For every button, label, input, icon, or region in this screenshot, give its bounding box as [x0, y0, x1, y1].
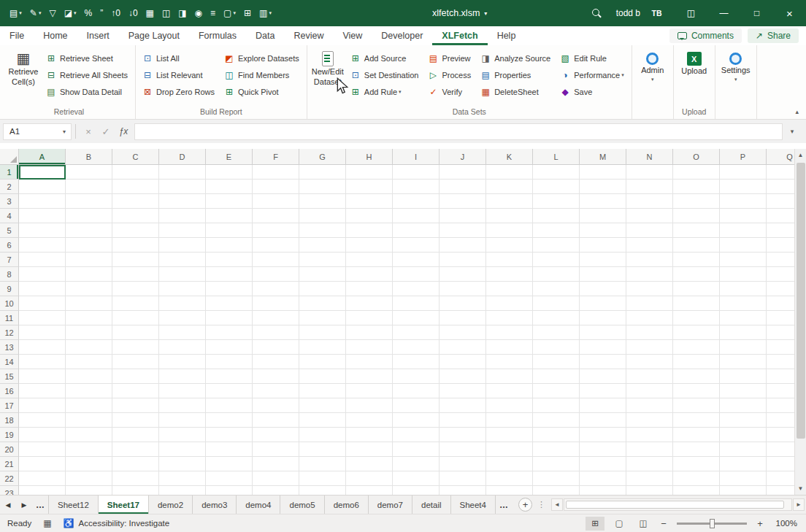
cell-L15[interactable]	[533, 369, 580, 384]
cell-P11[interactable]	[720, 311, 767, 325]
cell-P10[interactable]	[720, 296, 767, 311]
cell-Q15[interactable]	[767, 369, 794, 384]
zoom-in-button[interactable]: +	[754, 518, 766, 529]
cell-Q6[interactable]	[767, 238, 794, 252]
ribbon-item[interactable]: ⊟ Retrieve All Sheets ▾	[42, 66, 131, 83]
cell-N18[interactable]	[626, 413, 673, 428]
cell-G4[interactable]	[299, 209, 346, 223]
cell-D8[interactable]	[159, 267, 206, 282]
cell-D13[interactable]	[159, 340, 206, 355]
row-header-23[interactable]: 23	[0, 486, 19, 495]
cell-N2[interactable]	[626, 180, 673, 194]
avatar[interactable]: TB	[648, 4, 666, 23]
cell-I12[interactable]	[393, 325, 440, 340]
row-header-19[interactable]: 19	[0, 428, 19, 442]
cell-D7[interactable]	[159, 252, 206, 267]
cell-A15[interactable]	[19, 369, 66, 384]
cell-L21[interactable]	[533, 457, 580, 471]
row-header-4[interactable]: 4	[0, 209, 19, 223]
scroll-down-icon[interactable]: ▼	[795, 482, 806, 495]
cell-K17[interactable]	[486, 398, 533, 413]
cell-D11[interactable]	[159, 311, 206, 325]
column-header-B[interactable]: B	[66, 149, 112, 165]
cell-H23[interactable]	[346, 486, 393, 495]
cell-J11[interactable]	[440, 311, 486, 325]
cell-J13[interactable]	[440, 340, 486, 355]
cell-Q19[interactable]	[767, 428, 794, 442]
cell-D12[interactable]	[159, 325, 206, 340]
cell-Q3[interactable]	[767, 194, 794, 209]
cell-N8[interactable]	[626, 267, 673, 282]
cell-K7[interactable]	[486, 252, 533, 267]
cell-N22[interactable]	[626, 471, 673, 486]
cell-D18[interactable]	[159, 413, 206, 428]
sheet-nav-left-icon[interactable]: ◀	[0, 501, 16, 509]
cell-B17[interactable]	[66, 398, 112, 413]
row-header-11[interactable]: 11	[0, 311, 19, 325]
cell-L8[interactable]	[533, 267, 580, 282]
ribbon-item[interactable]: ▧ Edit Rule ▾	[556, 50, 628, 66]
cell-L2[interactable]	[533, 180, 580, 194]
cell-N20[interactable]	[626, 442, 673, 457]
cell-N14[interactable]	[626, 355, 673, 369]
cell-L11[interactable]	[533, 311, 580, 325]
cell-C21[interactable]	[112, 457, 159, 471]
cell-M14[interactable]	[580, 355, 626, 369]
cell-K10[interactable]	[486, 296, 533, 311]
cell-C12[interactable]	[112, 325, 159, 340]
cell-G23[interactable]	[299, 486, 346, 495]
select-cells-icon[interactable]: ▢ ▾	[220, 6, 239, 20]
cell-I3[interactable]	[393, 194, 440, 209]
cell-I7[interactable]	[393, 252, 440, 267]
cell-O8[interactable]	[673, 267, 720, 282]
cell-E17[interactable]	[206, 398, 253, 413]
cell-H20[interactable]	[346, 442, 393, 457]
cell-O20[interactable]	[673, 442, 720, 457]
cell-E13[interactable]	[206, 340, 253, 355]
cell-M16[interactable]	[580, 384, 626, 398]
cell-F16[interactable]	[253, 384, 299, 398]
cell-Q13[interactable]	[767, 340, 794, 355]
sheet-overflow-right[interactable]: …	[496, 500, 512, 510]
cell-A14[interactable]	[19, 355, 66, 369]
cell-E9[interactable]	[206, 282, 253, 296]
name-box-input[interactable]	[4, 127, 58, 136]
cell-J1[interactable]	[440, 165, 486, 180]
cell-M9[interactable]	[580, 282, 626, 296]
cell-J19[interactable]	[440, 428, 486, 442]
cell-N7[interactable]	[626, 252, 673, 267]
scroll-up-icon[interactable]: ▲	[795, 149, 806, 161]
insert-function-button[interactable]: ƒx	[115, 123, 132, 140]
cell-O5[interactable]	[673, 223, 720, 238]
column-header-H[interactable]: H	[346, 149, 393, 165]
cell-F11[interactable]	[253, 311, 299, 325]
export-sheet-icon[interactable]: ▥ ▾	[256, 6, 275, 20]
cell-O11[interactable]	[673, 311, 720, 325]
vscroll-track[interactable]	[795, 161, 806, 482]
cell-F2[interactable]	[253, 180, 299, 194]
sheet-tab[interactable]: detail	[412, 496, 451, 514]
scroll-left-icon[interactable]: ◄	[551, 498, 563, 511]
cell-K19[interactable]	[486, 428, 533, 442]
ribbon-item[interactable]: ⊟ List Relevant ▾	[138, 66, 218, 83]
cell-L5[interactable]	[533, 223, 580, 238]
cell-A2[interactable]	[19, 180, 66, 194]
cell-G11[interactable]	[299, 311, 346, 325]
cell-O10[interactable]	[673, 296, 720, 311]
cell-A12[interactable]	[19, 325, 66, 340]
cell-C10[interactable]	[112, 296, 159, 311]
cell-F13[interactable]	[253, 340, 299, 355]
cell-L7[interactable]	[533, 252, 580, 267]
cell-O4[interactable]	[673, 209, 720, 223]
cell-H11[interactable]	[346, 311, 393, 325]
upload-button[interactable]: X Upload	[676, 47, 713, 107]
cell-Q10[interactable]	[767, 296, 794, 311]
cell-P5[interactable]	[720, 223, 767, 238]
cell-I15[interactable]	[393, 369, 440, 384]
cell-I9[interactable]	[393, 282, 440, 296]
cell-A11[interactable]	[19, 311, 66, 325]
search-button[interactable]	[581, 0, 613, 26]
filter-icon[interactable]: ▽ ▾	[45, 6, 59, 20]
ribbon-item[interactable]: ◨ Analyze Source ▾	[476, 50, 554, 66]
sheet-tab[interactable]: Sheet17	[99, 496, 149, 514]
